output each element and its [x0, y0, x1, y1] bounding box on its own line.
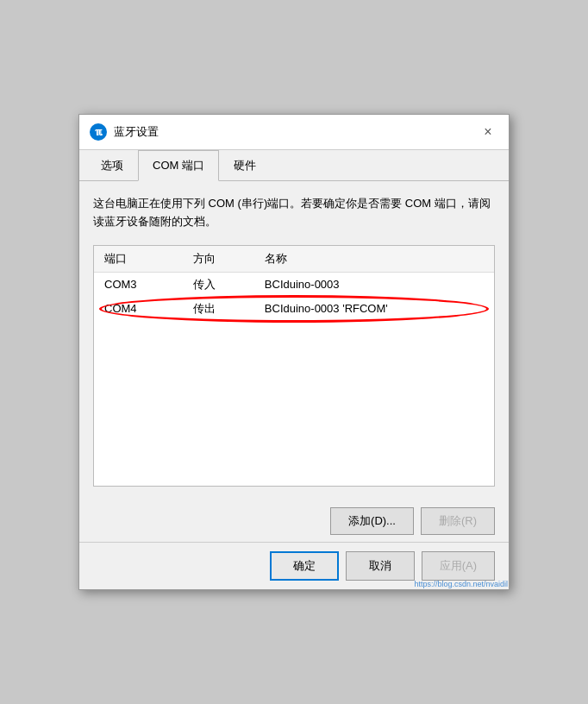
action-buttons: 添加(D)... 删除(R) [79, 500, 509, 542]
tab-hardware[interactable]: 硬件 [219, 150, 271, 181]
col-header-direction: 方向 [183, 246, 254, 273]
cancel-button[interactable]: 取消 [346, 551, 415, 581]
com-port-table: 端口 方向 名称 COM3传入BCIduino-0003COM4传出BCIdui… [94, 246, 494, 321]
cell-name: BCIduino-0003 [254, 272, 494, 297]
com-port-table-container: 端口 方向 名称 COM3传入BCIduino-0003COM4传出BCIdui… [93, 245, 495, 487]
description-text: 这台电脑正在使用下列 COM (串行)端口。若要确定你是否需要 COM 端口，请… [93, 195, 495, 231]
bluetooth-icon: ℼ [90, 123, 107, 141]
cell-port: COM4 [94, 297, 183, 321]
close-button[interactable]: × [478, 122, 498, 142]
tab-bar: 选项 COM 端口 硬件 [79, 150, 509, 181]
content-area: 这台电脑正在使用下列 COM (串行)端口。若要确定你是否需要 COM 端口，请… [79, 181, 509, 500]
col-header-port: 端口 [94, 246, 183, 273]
tab-com-port[interactable]: COM 端口 [138, 150, 219, 181]
tab-options[interactable]: 选项 [86, 150, 138, 181]
table-header-row: 端口 方向 名称 [94, 246, 494, 273]
cell-port: COM3 [94, 272, 183, 297]
table-row[interactable]: COM3传入BCIduino-0003 [94, 272, 494, 297]
apply-button[interactable]: 应用(A) [422, 551, 495, 581]
watermark: https://blog.csdn.net/nvaidil [414, 580, 508, 588]
col-header-name: 名称 [254, 246, 494, 273]
title-bar: ℼ 蓝牙设置 × [79, 115, 509, 150]
remove-button[interactable]: 删除(R) [421, 507, 495, 535]
bluetooth-settings-dialog: ℼ 蓝牙设置 × 选项 COM 端口 硬件 这台电脑正在使用下列 COM (串行… [78, 114, 510, 590]
ok-button[interactable]: 确定 [270, 551, 339, 581]
table-row[interactable]: COM4传出BCIduino-0003 'RFCOM' [94, 297, 494, 321]
title-bar-left: ℼ 蓝牙设置 [90, 123, 159, 141]
cell-direction: 传入 [183, 272, 254, 297]
cell-name: BCIduino-0003 'RFCOM' [254, 297, 494, 321]
dialog-title: 蓝牙设置 [114, 124, 159, 140]
cell-direction: 传出 [183, 297, 254, 321]
add-button[interactable]: 添加(D)... [330, 507, 414, 535]
